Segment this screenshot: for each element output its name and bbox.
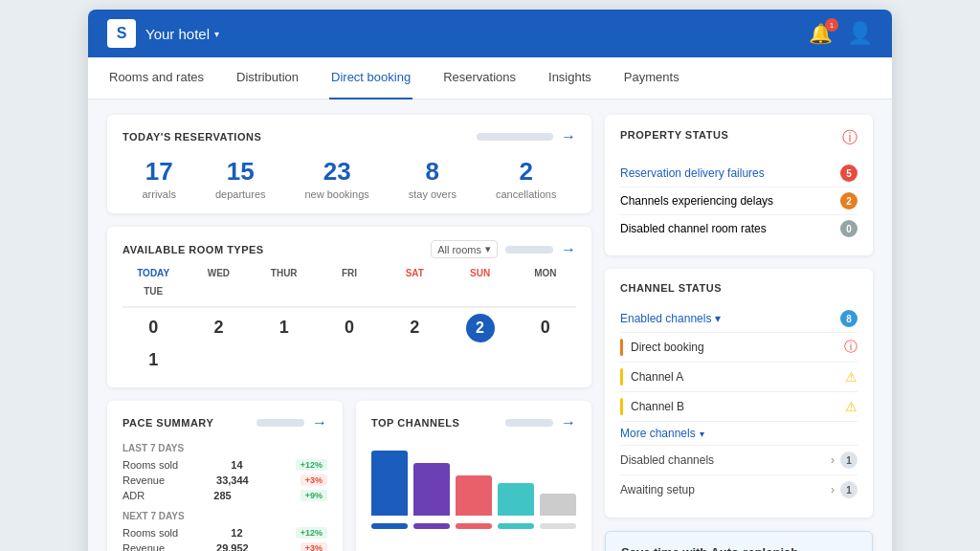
channel-status-header: CHANNEL STATUS <box>620 282 858 294</box>
disabled-channels-row[interactable]: Disabled channels › 1 <box>620 446 858 475</box>
room-types-header: AVAILABLE ROOM TYPES All rooms ▾ → <box>122 240 576 258</box>
pace-revenue-row: Revenue 33,344 +3% <box>122 474 327 486</box>
pace-title: PACE SUMMARY <box>122 417 213 429</box>
auto-replenish-title: Save time with Auto-replenish <box>621 545 857 551</box>
arrivals-number: 17 <box>142 157 175 187</box>
disabled-rates-badge: 0 <box>840 220 858 237</box>
disabled-channels-count: 1 <box>840 452 858 469</box>
day-tue-value: 1 <box>122 346 184 374</box>
pace-header: PACE SUMMARY → <box>122 414 327 431</box>
pace-next7: NEXT 7 DAYS Rooms sold 12 +12% Revenue 2… <box>122 511 327 551</box>
channels-arrow-icon[interactable]: → <box>561 414 576 431</box>
pace-arrow-icon[interactable]: → <box>312 414 327 431</box>
day-divider <box>122 306 576 308</box>
n-rooms-sold-badge: +12% <box>296 527 327 539</box>
nav-rooms-and-rates[interactable]: Rooms and rates <box>107 57 206 99</box>
days-grid: TODAY WED THUR FRI SAT SUN MON TUE 0 2 1… <box>122 268 576 374</box>
room-filter-select[interactable]: All rooms ▾ <box>431 240 498 258</box>
bar-1 <box>371 451 408 516</box>
bar-3 <box>456 475 492 516</box>
direct-booking-channel-name: Direct booking <box>631 341 836 354</box>
bar-label-4 <box>498 523 534 529</box>
bottom-grid: PACE SUMMARY → LAST 7 DAYS Rooms sold 14… <box>107 401 591 551</box>
delays-badge: 2 <box>840 192 858 209</box>
more-channels-row[interactable]: More channels ▾ <box>620 422 858 446</box>
reservations-header: TODAY'S RESERVATIONS → <box>122 128 576 145</box>
revenue-badge: +3% <box>301 474 327 486</box>
nav-distribution[interactable]: Distribution <box>234 57 301 99</box>
nav-insights[interactable]: Insights <box>546 57 593 99</box>
nav-payments[interactable]: Payments <box>622 57 681 99</box>
awaiting-setup-count: 1 <box>840 481 858 498</box>
cancellations-item: 2 cancellations <box>496 157 557 200</box>
bar-label-2 <box>413 523 450 529</box>
property-status-card: PROPERTY STATUS ⓘ Reservation delivery f… <box>605 115 873 255</box>
enabled-channels-label: Enabled channels ▾ <box>620 312 721 325</box>
bar-2 <box>413 463 450 516</box>
disabled-channels-label: Disabled channels <box>620 453 714 467</box>
pace-skeleton <box>256 419 304 427</box>
day-sun-header: SUN <box>449 268 510 282</box>
bar-label-5 <box>540 523 576 529</box>
auto-replenish-card: Save time with Auto-replenish Activate n… <box>605 531 873 551</box>
navigation: Rooms and rates Distribution Direct book… <box>88 57 892 99</box>
reservations-title: TODAY'S RESERVATIONS <box>122 131 261 143</box>
rooms-sold-badge: +12% <box>296 459 327 471</box>
pace-last7-title: LAST 7 DAYS <box>122 443 327 453</box>
departures-label: departures <box>215 188 266 200</box>
day-sun-value: 2 <box>466 314 495 342</box>
channel-b-name: Channel B <box>631 400 837 413</box>
day-sat-value: 2 <box>384 314 445 342</box>
logo: S <box>107 19 136 48</box>
disabled-rates-row: Disabled channel room rates 0 <box>620 215 858 242</box>
user-icon[interactable]: 👤 <box>847 21 873 46</box>
arrivals-item: 17 arrivals <box>142 157 175 200</box>
delivery-failures-badge: 5 <box>840 165 858 182</box>
delivery-failures-row[interactable]: Reservation delivery failures 5 <box>620 160 858 187</box>
n-revenue-badge: +3% <box>301 542 327 551</box>
awaiting-setup-chevron-icon: › <box>831 483 835 496</box>
disabled-rates-label: Disabled channel room rates <box>620 222 767 235</box>
day-sat-header: SAT <box>384 268 445 282</box>
hotel-name[interactable]: Your hotel ▾ <box>145 26 219 42</box>
stay-overs-label: stay overs <box>409 188 457 200</box>
bar-label-3 <box>456 523 492 529</box>
top-channels-card: TOP CHANNELS → <box>356 401 591 551</box>
day-mon-header: MON <box>515 268 576 282</box>
departures-number: 15 <box>215 157 266 187</box>
main-content: TODAY'S RESERVATIONS → 17 arrivals 15 de… <box>88 99 892 551</box>
day-wed-value: 2 <box>188 314 249 342</box>
top-channels-header: TOP CHANNELS → <box>371 414 576 431</box>
room-types-arrow-icon[interactable]: → <box>561 241 576 258</box>
delays-label: Channels experiencing delays <box>620 194 773 208</box>
nav-direct-booking[interactable]: Direct booking <box>329 57 412 99</box>
nav-reservations[interactable]: Reservations <box>441 57 518 99</box>
cancellations-label: cancellations <box>496 188 557 200</box>
pace-summary-card: PACE SUMMARY → LAST 7 DAYS Rooms sold 14… <box>107 401 343 551</box>
skeleton-bar-2 <box>505 246 553 253</box>
pace-rooms-sold-row: Rooms sold 14 +12% <box>122 459 327 471</box>
channel-a-row: Channel A ⚠ <box>620 363 858 392</box>
reservations-arrow-icon[interactable]: → <box>561 128 576 145</box>
bell-badge: 1 <box>825 18 838 32</box>
enabled-channels-row[interactable]: Enabled channels ▾ 8 <box>620 305 858 333</box>
new-bookings-number: 23 <box>305 157 369 187</box>
hotel-chevron-icon: ▾ <box>214 29 219 39</box>
channel-a-warning-icon: ⚠ <box>845 369 858 385</box>
awaiting-setup-row[interactable]: Awaiting setup › 1 <box>620 475 858 504</box>
stay-overs-item: 8 stay overs <box>409 157 457 200</box>
right-column: PROPERTY STATUS ⓘ Reservation delivery f… <box>605 115 873 551</box>
skeleton-bar <box>477 133 553 141</box>
day-thur-value: 1 <box>254 314 315 342</box>
bar-4 <box>498 483 534 516</box>
day-tue-header: TUE <box>122 286 184 300</box>
awaiting-setup-label: Awaiting setup <box>620 483 695 496</box>
room-types-title: AVAILABLE ROOM TYPES <box>122 244 264 255</box>
day-today-header: TODAY <box>122 268 184 282</box>
property-status-title: PROPERTY STATUS <box>620 129 728 141</box>
day-thur-header: THUR <box>254 268 315 282</box>
bell-icon[interactable]: 🔔 1 <box>809 22 833 45</box>
arrivals-label: arrivals <box>142 188 175 200</box>
pace-next7-title: NEXT 7 DAYS <box>122 511 327 521</box>
top-channels-title: TOP CHANNELS <box>371 417 459 429</box>
